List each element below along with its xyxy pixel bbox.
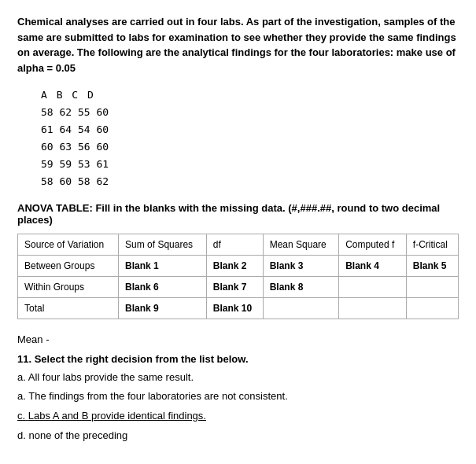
blank-4: Blank 4: [339, 255, 407, 276]
question-text: 11. Select the right decision from the l…: [17, 353, 459, 365]
anova-table: Source of Variation Sum of Squares df Me…: [17, 234, 459, 319]
col-header-ss: Sum of Squares: [119, 234, 207, 255]
row-label-between: Between Groups: [18, 255, 119, 276]
table-row-within: Within Groups Blank 6 Blank 7 Blank 8: [18, 276, 459, 297]
data-table: A B C D 58 62 55 60 61 64 54 60 60 63 56…: [41, 87, 459, 191]
anova-title: ANOVA TABLE: Fill in the blanks with the…: [17, 202, 459, 226]
question-section: 11. Select the right decision from the l…: [17, 353, 459, 444]
data-row-1: 58 62 55 60: [41, 104, 459, 121]
blank-5: Blank 5: [406, 255, 458, 276]
table-row-total: Total Blank 9 Blank 10: [18, 297, 459, 319]
option-a1[interactable]: a. All four labs provide the same result…: [17, 370, 459, 386]
option-d[interactable]: d. none of the preceding: [17, 428, 459, 444]
col-header-df: df: [206, 234, 263, 255]
table-row-between: Between Groups Blank 1 Blank 2 Blank 3 B…: [18, 255, 459, 276]
total-fcrit-empty: [406, 297, 458, 319]
blank-1: Blank 1: [119, 255, 207, 276]
total-cf-empty: [339, 297, 407, 319]
blank-8: Blank 8: [263, 276, 339, 297]
col-header-fcrit: f-Critical: [406, 234, 458, 255]
blank-9: Blank 9: [119, 297, 207, 319]
blank-7: Blank 7: [206, 276, 263, 297]
within-cf-empty: [339, 276, 407, 297]
data-row-2: 61 64 54 60: [41, 121, 459, 138]
col-header-cf: Computed f: [339, 234, 407, 255]
data-row-4: 59 59 53 61: [41, 156, 459, 173]
col-header-ms: Mean Square: [263, 234, 339, 255]
data-header: A B C D: [41, 87, 459, 104]
total-ms-empty: [263, 297, 339, 319]
blank-10: Blank 10: [206, 297, 263, 319]
intro-paragraph: Chemical analyses are carried out in fou…: [17, 14, 459, 75]
col-header-source: Source of Variation: [18, 234, 119, 255]
data-row-3: 60 63 56 60: [41, 138, 459, 156]
data-row-5: 58 60 58 62: [41, 173, 459, 190]
option-a2[interactable]: a. The findings from the four laboratori…: [17, 389, 459, 405]
blank-2: Blank 2: [206, 255, 263, 276]
mean-text: Mean -: [17, 333, 459, 345]
row-label-within: Within Groups: [18, 276, 119, 297]
within-fcrit-empty: [406, 276, 458, 297]
blank-3: Blank 3: [263, 255, 339, 276]
option-c[interactable]: c. Labs A and B provide identical findin…: [17, 408, 459, 425]
blank-6: Blank 6: [119, 276, 207, 297]
row-label-total: Total: [18, 297, 119, 319]
